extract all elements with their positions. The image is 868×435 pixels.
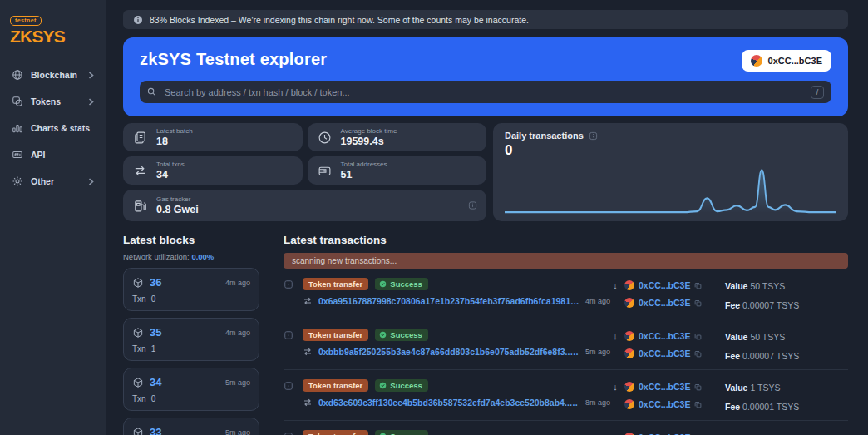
chevron-right-icon [88,72,94,79]
main-content: 83% Blocks Indexed – We're indexing this… [106,0,868,435]
block-number-link[interactable]: 35 [150,326,161,339]
stat-card-total-txns[interactable]: Total txns 34 [123,156,303,185]
address-avatar [624,280,634,290]
gear-icon [12,175,23,187]
copy-icon[interactable] [694,333,702,340]
stat-value: 19599.4s [341,136,397,148]
sidebar-item-api[interactable]: API [10,143,96,166]
search-bar: / [140,81,831,103]
copy-icon[interactable] [694,383,702,391]
block-age: 5m ago [225,378,250,387]
wallet-address: 0xCC...bC3E [768,56,822,66]
sidebar-item-label: Charts & stats [31,123,90,133]
to-address-link[interactable]: 0xCC...bC3E [639,399,690,409]
block-card: 34 5m ago Txn0 [123,368,259,411]
copy-icon[interactable] [694,401,702,408]
sidebar-item-other[interactable]: Other [10,170,96,193]
stat-card-gas-tracker[interactable]: Gas tracker 0.8 Gwei [123,190,486,221]
tx-age: 8m ago [585,398,610,407]
stat-label: Gas tracker [156,195,199,204]
tx-hash-link[interactable]: 0xbbb9a5f250255b3ae4c87a66dd803c1b6e075a… [318,347,579,357]
value-label: Value [725,281,747,291]
txn-label: Txn [132,344,146,353]
value-amount: 50 TSYS [750,332,785,342]
copy-icon[interactable] [694,282,702,289]
tx-hash-link[interactable]: 0xd63e609c3ff130ee4b5bd36b587532efd7a4eb… [318,398,579,408]
value-amount: 1 TSYS [750,383,780,393]
block-number-link[interactable]: 33 [150,426,161,435]
stat-value: 51 [341,169,387,181]
to-address-link[interactable]: 0xCC...bC3E [639,298,690,308]
block-number-link[interactable]: 36 [150,276,161,289]
fee-amount: 0.00001 TSYS [742,402,799,412]
tx-type-badge: Token transfer [303,278,368,290]
copy-icon[interactable] [694,299,702,307]
latest-blocks-section: Latest blocks Network utilization: 0.00%… [123,234,259,435]
tx-type-badge: Token transfer [303,379,368,392]
latest-transactions-section: Latest transactions scanning new transac… [284,234,848,435]
check-circle-icon [379,280,387,288]
block-number-link[interactable]: 34 [150,376,161,388]
from-address-link[interactable]: 0xCC...bC3E [639,331,690,341]
tx-type-badge: Token transfer [303,430,368,435]
info-icon[interactable] [589,131,598,141]
block-cube-icon [132,377,144,388]
fee-amount: 0.00007 TSYS [742,300,799,310]
network-utilization: Network utilization: 0.00% [123,252,259,261]
wallet-avatar [751,55,762,67]
app-window: testnet ZKSYS Blockchain Tokens Charts &… [0,0,868,435]
daily-transactions-panel[interactable]: Daily transactions 0 [493,123,848,221]
stats-grid: Latest batch 18 Average block time 19599… [123,123,486,221]
stat-card-latest-batch[interactable]: Latest batch 18 [123,123,303,151]
block-cube-icon [132,427,144,435]
sidebar-item-label: Blockchain [31,70,77,80]
transaction-row: Token transfer Success 0x1070b2525c86226… [284,421,848,435]
logo[interactable]: testnet ZKSYS [10,11,96,47]
wallet-icon [318,164,332,178]
tx-status-label: Success [390,330,422,339]
transaction-row: Token transfer Success 0xbbb9a5f250255b3… [284,319,848,370]
from-address-link[interactable]: 0xCC...bC3E [639,280,690,290]
sidebar-item-charts-stats[interactable]: Charts & stats [10,116,96,140]
sidebar-nav: Blockchain Tokens Charts & stats API Oth… [10,63,96,193]
info-icon[interactable] [468,201,477,210]
stats-section: Latest batch 18 Average block time 19599… [123,123,848,221]
tx-hash-link[interactable]: 0x6a95167887998c70806a17e1b237b54feb3f76… [318,296,579,306]
txn-label: Txn [132,394,146,403]
wallet-button[interactable]: 0xCC...bC3E [742,50,831,72]
transaction-row: Token transfer Success 0xd63e609c3ff130e… [284,370,848,421]
transaction-type-icon [284,330,293,340]
chevron-right-icon [88,178,94,185]
sidebar-item-blockchain[interactable]: Blockchain [10,63,96,87]
sidebar-item-label: Tokens [31,96,61,106]
transaction-type-icon [284,381,293,391]
address-avatar [624,331,634,341]
stat-card-total-addresses[interactable]: Total addresses 51 [308,156,487,185]
transfer-arrows-icon [133,164,147,178]
check-circle-icon [379,331,387,339]
stat-card-average-block-time[interactable]: Average block time 19599.4s [308,123,487,151]
sidebar-item-label: Other [31,176,54,186]
copy-icon[interactable] [694,350,702,358]
sidebar-item-tokens[interactable]: Tokens [10,90,96,113]
page-title: zkSYS Testnet explorer [140,50,327,69]
gas-pump-icon [133,199,147,213]
scanning-banner: scanning new transactions... [284,253,848,269]
transaction-type-icon [284,279,293,289]
tx-age: 5m ago [585,348,610,356]
sidebar-item-label: API [31,150,46,160]
tx-status-badge: Success [375,329,428,341]
fee-label: Fee [725,351,740,361]
stat-label: Total addresses [341,161,387,169]
to-address-link[interactable]: 0xCC...bC3E [639,348,690,358]
indexing-banner-text: 83% Blocks Indexed – We're indexing this… [150,15,529,25]
bottom-section: Latest blocks Network utilization: 0.00%… [123,234,848,435]
from-address-link[interactable]: 0xCC...bC3E [639,382,690,392]
tx-status-label: Success [390,279,422,289]
txn-label: Txn [132,294,146,304]
tokens-icon [12,96,23,107]
tx-status-badge: Success [375,379,428,392]
testnet-badge: testnet [10,16,42,26]
search-input[interactable] [163,87,804,98]
direction-down-icon: ↓ [610,280,620,290]
